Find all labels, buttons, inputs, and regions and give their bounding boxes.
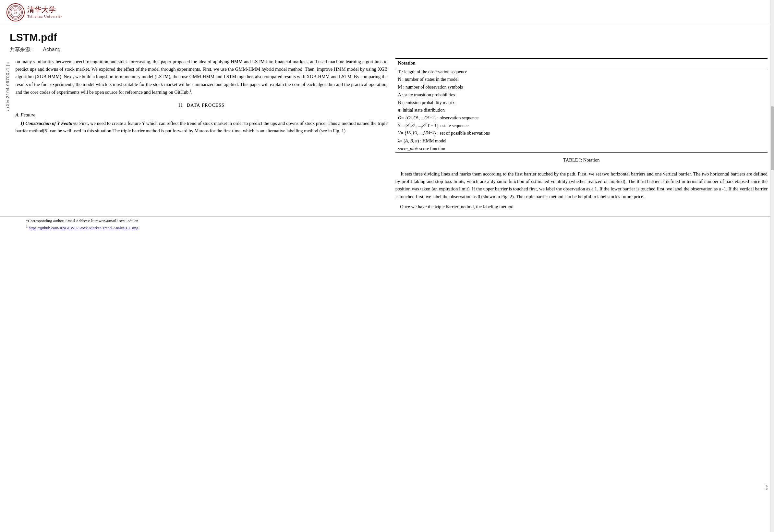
notation-row-1: T : length of the observation sequence [395, 68, 768, 76]
right-paragraph-2: Once we have the triple barrier method, … [395, 203, 768, 211]
university-chinese-name: 清华大学 [27, 6, 62, 14]
logo-inner-ring [8, 5, 23, 19]
notation-row-2: N : number of states in the model [395, 76, 768, 83]
notation-row-9: V = {V0, V1, ..., VM−1} : set of possibl… [395, 129, 768, 137]
arxiv-watermark: arXiv:2104.09700v1 [c [3, 59, 12, 114]
two-column-layout: on many similarities between speech reco… [12, 55, 771, 213]
notation-row-6: π : initial state distribution [395, 106, 768, 114]
notation-row-11: socre_plot : score function [395, 145, 768, 153]
university-logo: 清华 大學 [6, 3, 25, 21]
notation-header-label: Notation [398, 60, 416, 67]
footer-area: *Corresponding author. Email Address: li… [0, 216, 774, 233]
footnote-number: 1 [26, 225, 28, 228]
notation-row-8: S = {S0, S1, ..., STT − 1} : state seque… [395, 122, 768, 130]
feature-paragraph: 1) Construction of Y Feature: First, we … [16, 120, 388, 135]
university-logo-area: 清华 大學 清华大学 Tsinghua University [6, 3, 62, 21]
file-info-area: LSTM.pdf 共享来源： Achang [0, 25, 774, 55]
notation-row-3: M : number of observation symbols [395, 83, 768, 91]
notation-row-10: λ = (A, B, π) : HMM model [395, 137, 768, 145]
right-column: Notation T : length of the observation s… [395, 58, 768, 211]
section-ii-heading: II. Data Process [16, 102, 388, 109]
file-source: 共享来源： Achang [10, 46, 764, 54]
file-title: LSTM.pdf [10, 30, 764, 45]
abstract-paragraph: on many similarities between speech reco… [16, 58, 388, 96]
notation-row-5: B : emission probability matrix [395, 99, 768, 107]
right-paragraph-1: It sets three dividing lines and marks t… [395, 170, 768, 200]
github-link[interactable]: https://github.com/JINGEWU/Stock-Market-… [29, 226, 139, 230]
source-name: Achang [43, 47, 60, 52]
notation-row-4: A : state transition probabilities [395, 91, 768, 99]
page-header: 清华 大學 清华大学 Tsinghua University [0, 0, 774, 25]
footer-corresponding: *Corresponding author. Email Address: li… [26, 218, 764, 224]
subsection-a-heading: A. Feature [16, 112, 388, 119]
notation-table: Notation T : length of the observation s… [395, 58, 768, 153]
table-caption: TABLE I: Notation [395, 157, 768, 164]
content-area: arXiv:2104.09700v1 [c on many similariti… [0, 55, 774, 213]
notation-row-7: O = {O0, O1, .., OT−1} : observation seq… [395, 114, 768, 122]
left-column: on many similarities between speech reco… [16, 58, 388, 211]
university-english-name: Tsinghua University [27, 14, 62, 19]
footer-footnote: 1 https://github.com/JINGEWU/Stock-Marke… [26, 224, 764, 231]
notation-table-header: Notation [395, 59, 768, 68]
source-label: 共享来源： [10, 47, 36, 52]
university-name-block: 清华大学 Tsinghua University [27, 6, 62, 19]
